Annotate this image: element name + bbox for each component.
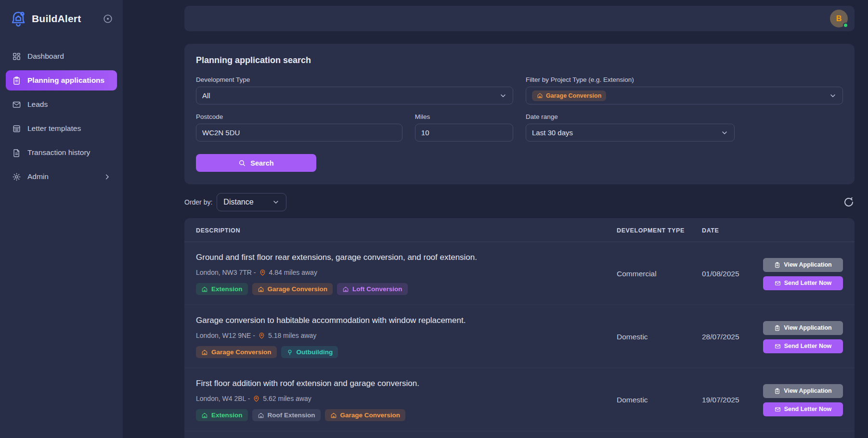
location-pin-icon	[253, 395, 260, 402]
application-location: London, W4 2BL -	[196, 395, 250, 402]
actions-cell: View Application Send Letter Now	[762, 379, 843, 421]
date-cell: 28/07/2025	[702, 316, 762, 358]
search-button[interactable]: Search	[196, 154, 316, 172]
main-content: B Planning application search Developmen…	[123, 0, 868, 438]
clipboard-icon	[774, 262, 780, 268]
application-description: First floor addition with roof extension…	[196, 379, 617, 388]
application-location-line: London, W12 9NE - 5.18 miles away	[196, 332, 617, 339]
application-distance: 5.18 miles away	[268, 332, 316, 339]
table-header: DESCRIPTION DEVELOPMENT TYPE DATE	[184, 218, 855, 242]
chevron-down-icon	[829, 92, 837, 100]
house-icon	[537, 92, 543, 99]
development-type-label: Development Type	[196, 76, 513, 83]
tree-icon	[286, 349, 293, 356]
table-row: First floor addition with roof extension…	[184, 368, 855, 431]
date-range-value: Last 30 days	[532, 129, 573, 137]
online-status-dot	[843, 23, 848, 28]
sidebar-item-admin[interactable]: Admin	[6, 167, 117, 187]
sidebar-item-letter-templates[interactable]: Letter templates	[6, 118, 117, 139]
sidebar-item-transaction-history[interactable]: Transaction history	[6, 142, 117, 163]
miles-label: Miles	[415, 113, 513, 120]
project-type-tag: Garage Conversion	[196, 346, 277, 358]
date-range-field: Date range Last 30 days	[526, 113, 843, 142]
clipboard-icon	[774, 388, 780, 394]
project-type-select[interactable]: Garage Conversion	[526, 87, 843, 104]
application-description: Ground and first floor rear extensions, …	[196, 253, 617, 262]
project-type-label: Filter by Project Type (e.g. Extension)	[526, 76, 843, 83]
envelope-icon	[775, 343, 781, 349]
table-row: Garage conversion to habitable accommoda…	[184, 305, 855, 368]
development-type-field: Development Type All	[196, 76, 513, 104]
application-location-line: London, NW3 7TR - 4.84 miles away	[196, 269, 617, 276]
actions-cell: View Application Send Letter Now	[762, 316, 843, 358]
postcode-input[interactable]	[196, 124, 402, 142]
column-date: DATE	[702, 227, 762, 234]
project-type-tag: Extension	[196, 409, 248, 421]
send-letter-button[interactable]: Send Letter Now	[763, 402, 843, 416]
table-body: Ground and first floor rear extensions, …	[184, 242, 855, 431]
order-by-value: Distance	[223, 198, 253, 206]
view-application-button[interactable]: View Application	[763, 258, 843, 272]
chevron-down-icon	[499, 92, 507, 100]
development-type-select[interactable]: All	[196, 87, 513, 104]
date-cell: 19/07/2025	[702, 379, 762, 421]
sidebar-item-label: Admin	[27, 172, 49, 181]
project-type-field: Filter by Project Type (e.g. Extension) …	[526, 76, 843, 104]
clipboard-icon	[774, 325, 780, 331]
sidebar-toggle-icon[interactable]	[103, 13, 113, 24]
sidebar-item-label: Dashboard	[27, 52, 64, 61]
project-type-chip: Garage Conversion	[532, 90, 606, 101]
development-type-cell: Commercial	[617, 253, 702, 295]
send-letter-button[interactable]: Send Letter Now	[763, 276, 843, 290]
view-application-button[interactable]: View Application	[763, 321, 843, 335]
gear-icon	[12, 172, 21, 181]
project-type-tag: Outbuilding	[281, 346, 338, 358]
house-icon	[342, 286, 349, 293]
sidebar-item-label: Transaction history	[27, 148, 90, 157]
description-cell: Ground and first floor rear extensions, …	[196, 253, 617, 295]
miles-field: Miles	[415, 113, 513, 142]
house-icon	[201, 349, 208, 356]
development-type-value: All	[202, 91, 210, 100]
envelope-icon	[775, 406, 781, 412]
chevron-down-icon	[272, 198, 280, 206]
sidebar-item-label: Letter templates	[27, 124, 81, 133]
project-type-tag: Extension	[196, 283, 248, 295]
house-icon	[330, 412, 337, 419]
sidebar-item-leads[interactable]: Leads	[6, 94, 117, 115]
document-icon	[12, 148, 21, 157]
project-type-tag: Roof Extension	[252, 409, 321, 421]
buildalert-logo-icon	[10, 10, 27, 27]
date-range-select[interactable]: Last 30 days	[526, 124, 735, 142]
sidebar-item-dashboard[interactable]: Dashboard	[6, 46, 117, 66]
application-location: London, NW3 7TR -	[196, 269, 256, 276]
chevron-down-icon	[721, 129, 728, 137]
house-icon	[201, 412, 208, 419]
order-by-label: Order by:	[184, 198, 212, 206]
description-cell: Garage conversion to habitable accommoda…	[196, 316, 617, 358]
sidebar: BuildAlert Dashboard Planning applicatio…	[0, 0, 123, 438]
house-icon	[258, 286, 264, 293]
brand-name: BuildAlert	[32, 13, 98, 25]
application-location: London, W12 9NE -	[196, 332, 255, 339]
table-row: Ground and first floor rear extensions, …	[184, 242, 855, 305]
refresh-icon[interactable]	[843, 196, 855, 208]
miles-input[interactable]	[415, 124, 513, 142]
view-application-button[interactable]: View Application	[763, 384, 843, 398]
date-cell: 01/08/2025	[702, 253, 762, 295]
order-by-select[interactable]: Distance	[217, 193, 286, 211]
actions-cell: View Application Send Letter Now	[762, 253, 843, 295]
column-development-type: DEVELOPMENT TYPE	[617, 227, 702, 234]
sidebar-item-label: Planning applications	[27, 76, 104, 85]
sidebar-item-planning-applications[interactable]: Planning applications	[6, 70, 117, 90]
user-avatar[interactable]: B	[830, 10, 848, 27]
project-type-tag: Garage Conversion	[325, 409, 406, 421]
sidebar-item-label: Leads	[27, 100, 48, 109]
panel-title: Planning application search	[196, 55, 843, 65]
send-letter-button[interactable]: Send Letter Now	[763, 339, 843, 353]
date-range-label: Date range	[526, 113, 843, 120]
project-type-tags: Extension Roof Extension Garage Conversi…	[196, 409, 617, 421]
planning-search-panel: Planning application search Development …	[184, 44, 855, 184]
project-type-tag: Loft Conversion	[337, 283, 408, 295]
top-bar: B	[184, 6, 855, 31]
